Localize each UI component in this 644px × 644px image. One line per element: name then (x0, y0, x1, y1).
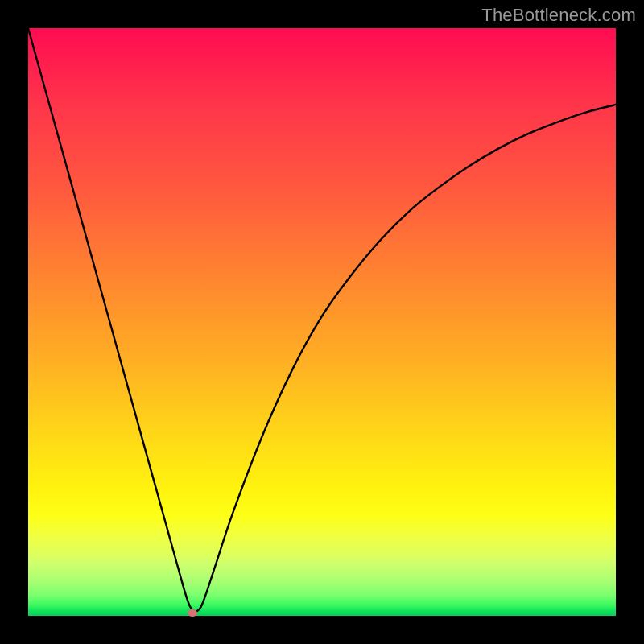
bottleneck-curve (28, 28, 616, 616)
chart-frame: TheBottleneck.com (0, 0, 644, 644)
plot-area (28, 28, 616, 616)
watermark-text: TheBottleneck.com (481, 5, 636, 26)
